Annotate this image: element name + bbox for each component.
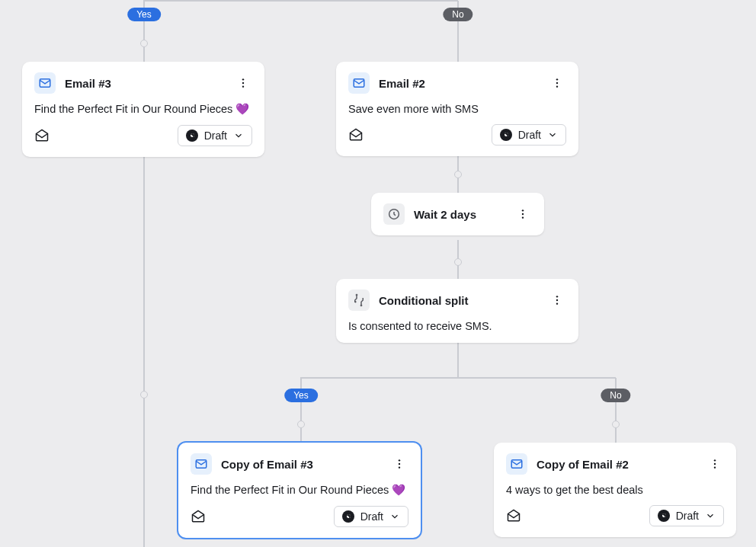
split-condition: Is consented to receive SMS.	[348, 320, 566, 332]
branch-label-yes: Yes	[127, 8, 161, 21]
add-node-circle[interactable]	[612, 421, 620, 428]
add-node-circle[interactable]	[140, 391, 148, 398]
open-mail-icon	[506, 508, 521, 523]
status-dropdown[interactable]: Draft	[178, 125, 252, 146]
wait-node[interactable]: Wait 2 days	[371, 193, 544, 235]
email-subject: Find the Perfect Fit in Our Round Pieces…	[191, 484, 408, 497]
node-title: Copy of Email #2	[537, 458, 697, 471]
svg-point-22	[714, 466, 716, 468]
add-node-circle[interactable]	[297, 421, 305, 428]
status-label: Draft	[360, 510, 383, 523]
svg-point-5	[556, 78, 558, 80]
mail-icon	[34, 72, 56, 94]
open-mail-icon	[34, 128, 50, 143]
add-node-circle[interactable]	[140, 40, 148, 47]
status-dropdown[interactable]: Draft	[334, 506, 408, 527]
more-menu-button[interactable]	[514, 205, 532, 223]
chevron-down-icon	[233, 130, 244, 141]
half-circle-icon	[500, 129, 512, 141]
status-label: Draft	[518, 129, 541, 141]
more-menu-button[interactable]	[548, 74, 566, 92]
status-label: Draft	[204, 130, 227, 142]
email-subject: 4 ways to get the best deals	[506, 484, 724, 496]
svg-point-21	[714, 463, 716, 465]
half-circle-icon	[186, 130, 198, 142]
svg-point-12	[556, 296, 558, 297]
svg-point-11	[522, 216, 524, 218]
email-subject: Save even more with SMS	[348, 103, 566, 115]
status-label: Draft	[676, 510, 699, 522]
mail-icon	[506, 453, 527, 475]
svg-point-18	[399, 466, 400, 468]
status-dropdown[interactable]: Draft	[492, 124, 566, 146]
svg-point-13	[556, 299, 558, 301]
svg-point-10	[522, 213, 524, 215]
node-title: Email #3	[65, 77, 225, 90]
email-node-email2[interactable]: Email #2 Save even more with SMS Draft	[336, 62, 578, 156]
add-node-circle[interactable]	[454, 258, 462, 266]
status-dropdown[interactable]: Draft	[649, 505, 724, 526]
branch-label-yes: Yes	[284, 389, 318, 402]
add-node-circle[interactable]	[454, 171, 462, 178]
svg-point-14	[556, 302, 558, 304]
email-node-copy-email2[interactable]: Copy of Email #2 4 ways to get the best …	[494, 443, 736, 537]
svg-point-3	[242, 85, 244, 87]
svg-point-2	[242, 82, 244, 84]
more-menu-button[interactable]	[234, 74, 252, 92]
branch-label-no: No	[601, 389, 630, 402]
email-node-copy-email3[interactable]: Copy of Email #3 Find the Perfect Fit in…	[178, 443, 421, 538]
svg-point-16	[399, 459, 400, 461]
conditional-split-node[interactable]: Conditional split Is consented to receiv…	[336, 279, 578, 343]
mail-icon	[191, 453, 212, 475]
chevron-down-icon	[547, 130, 558, 140]
more-menu-button[interactable]	[548, 291, 566, 309]
email-subject: Find the Perfect Fit in Our Round Pieces…	[34, 103, 252, 116]
split-icon	[348, 289, 370, 311]
svg-point-1	[242, 78, 244, 80]
svg-point-9	[522, 210, 524, 211]
more-menu-button[interactable]	[390, 455, 408, 473]
node-title: Email #2	[379, 77, 539, 90]
half-circle-icon	[342, 510, 354, 523]
chevron-down-icon	[705, 510, 716, 521]
svg-point-20	[714, 459, 716, 461]
email-node-email3[interactable]: Email #3 Find the Perfect Fit in Our Rou…	[22, 62, 264, 157]
svg-point-7	[556, 85, 558, 87]
node-title: Wait 2 days	[414, 208, 505, 221]
node-title: Conditional split	[379, 294, 539, 307]
svg-point-17	[399, 463, 400, 465]
more-menu-button[interactable]	[706, 455, 724, 473]
branch-label-no: No	[443, 8, 472, 21]
svg-point-6	[556, 82, 558, 84]
half-circle-icon	[658, 510, 670, 522]
chevron-down-icon	[389, 511, 400, 522]
mail-icon	[348, 72, 370, 94]
open-mail-icon	[348, 127, 364, 142]
open-mail-icon	[191, 509, 206, 524]
node-title: Copy of Email #3	[221, 458, 381, 471]
clock-icon	[383, 203, 405, 225]
